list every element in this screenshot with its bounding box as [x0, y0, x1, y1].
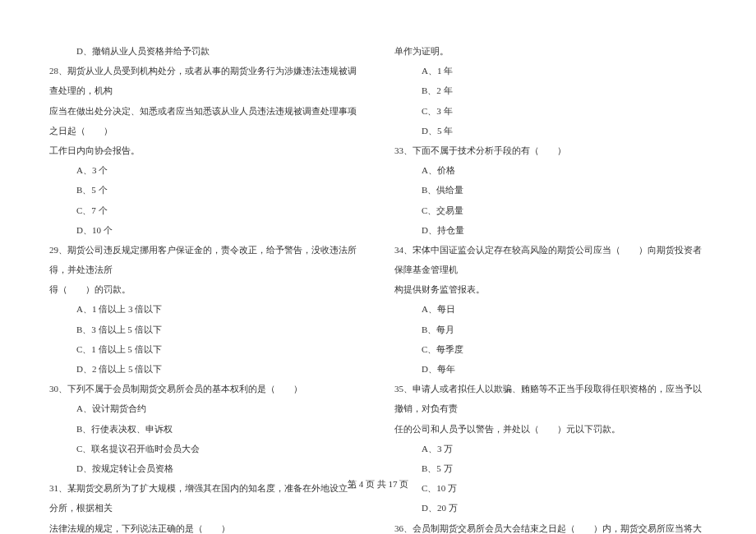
q28-stem-line3: 工作日内向协会报告。 [49, 140, 362, 160]
q34-stem-line1: 34、宋体中国证监会认定存在较高风险的期货公司应当（ ）向期货投资者保障基金管理… [394, 240, 707, 279]
q30-stem: 30、下列不属于会员制期货交易所会员的基本权利的是（ ） [49, 379, 362, 398]
q29-option-b: B、3 倍以上 5 倍以下 [49, 320, 362, 339]
q29-stem-line1: 29、期货公司违反规定挪用客户保证金的，责令改正，给予警告，没收违法所得，并处违… [49, 240, 362, 279]
q30-option-c: C、联名提议召开临时会员大会 [49, 439, 362, 458]
q30-option-d: D、按规定转让会员资格 [49, 458, 362, 478]
q28-option-b: B、5 个 [49, 180, 362, 200]
page-content: D、撤销从业人员资格并给予罚款 28、期货从业人员受到机构处分，或者从事的期货业… [0, 0, 756, 468]
q32-option-d: D、5 年 [394, 121, 707, 140]
q31-stem-line1: 31、某期货交易所为了扩大规模，增强其在国内的知名度，准备在外地设立一分所，根据… [49, 478, 362, 518]
q33-option-b: B、供给量 [394, 180, 707, 200]
q31-stem-line2: 法律法规的规定，下列说法正确的是（ ） [49, 518, 362, 535]
q33-option-a: A、价格 [394, 160, 707, 180]
q34-option-a: A、每日 [394, 299, 707, 319]
q28-option-c: C、7 个 [49, 200, 362, 220]
q33-option-c: C、交易量 [394, 200, 707, 220]
q28-option-a: A、3 个 [49, 160, 362, 180]
left-column: D、撤销从业人员资格并给予罚款 28、期货从业人员受到机构处分，或者从事的期货业… [49, 41, 362, 468]
q35-option-d: D、20 万 [394, 498, 707, 518]
q30-option-a: A、设计期货合约 [49, 398, 362, 418]
q35-stem-line2: 任的公司和人员予以警告，并处以（ ）元以下罚款。 [394, 419, 707, 439]
right-column: 单作为证明。 A、1 年 B、2 年 C、3 年 D、5 年 33、下面不属于技… [394, 41, 707, 468]
q29-option-c: C、1 倍以上 5 倍以下 [49, 339, 362, 359]
q34-option-c: C、每季度 [394, 339, 707, 359]
q32-option-c: C、3 年 [394, 101, 707, 121]
q35-option-a: A、3 万 [394, 439, 707, 458]
q28-option-d: D、10 个 [49, 220, 362, 240]
q36-stem-line1: 36、会员制期货交易所会员大会结束之日起（ ）内，期货交易所应当将大会全部文件报… [394, 518, 707, 535]
q33-option-d: D、持仓量 [394, 220, 707, 240]
q29-stem-line2: 得（ ）的罚款。 [49, 279, 362, 299]
q29-option-d: D、2 倍以上 5 倍以下 [49, 359, 362, 379]
q35-option-b: B、5 万 [394, 458, 707, 478]
q34-stem-line2: 构提供财务监管报表。 [394, 279, 707, 299]
q30-option-b: B、行使表决权、申诉权 [49, 419, 362, 439]
q33-stem: 33、下面不属于技术分析手段的有（ ） [394, 140, 707, 160]
q34-option-d: D、每年 [394, 359, 707, 379]
q28-stem-line2: 应当在做出处分决定、知悉或者应当知悉该从业人员违法违规被调查处理事项之日起（ ） [49, 101, 362, 140]
q34-option-b: B、每月 [394, 320, 707, 339]
q27-option-d: D、撤销从业人员资格并给予罚款 [49, 41, 362, 61]
q35-option-c: C、10 万 [394, 478, 707, 498]
q32-stem-line2: 单作为证明。 [394, 41, 707, 61]
q32-option-a: A、1 年 [394, 61, 707, 81]
q28-stem-line1: 28、期货从业人员受到机构处分，或者从事的期货业务行为涉嫌违法违规被调查处理的，… [49, 61, 362, 100]
q35-stem-line1: 35、申请人或者拟任人以欺骗、贿赂等不正当手段取得任职资格的，应当予以撤销，对负… [394, 379, 707, 418]
q32-option-b: B、2 年 [394, 81, 707, 100]
q29-option-a: A、1 倍以上 3 倍以下 [49, 299, 362, 319]
